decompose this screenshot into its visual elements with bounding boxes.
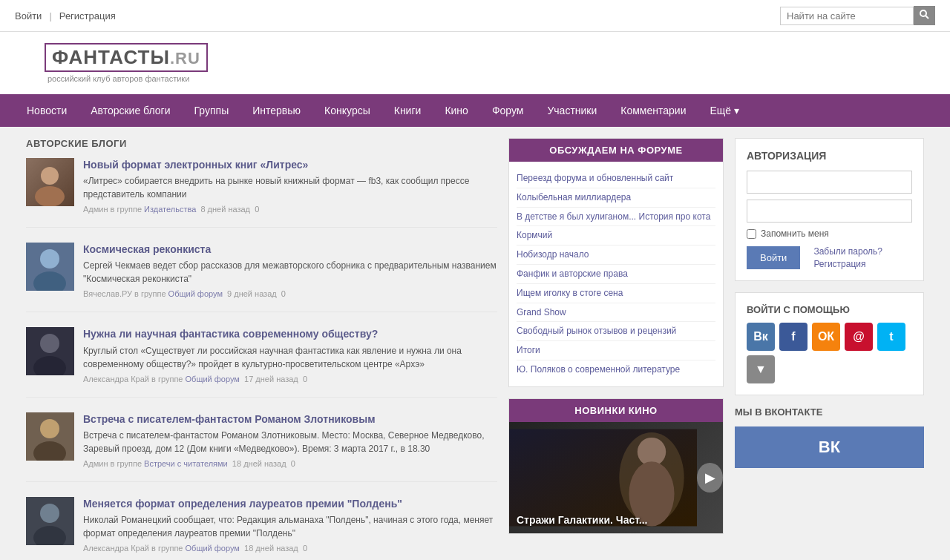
forum-link[interactable]: Свободный рынок отзывов и рецензий — [517, 322, 715, 341]
auth-title: АВТОРИЗАЦИЯ — [747, 150, 912, 162]
svg-point-8 — [40, 334, 59, 353]
forgot-password-link[interactable]: Забыли пароль? — [813, 246, 882, 257]
logo-title: ФАНТАСТЫ.RU — [45, 43, 208, 72]
kino-box-header: НОВИНКИ КИНО — [509, 399, 723, 422]
mailru-login-button[interactable]: @ — [845, 323, 873, 351]
more-social-button[interactable]: ▼ — [747, 355, 775, 383]
blog-excerpt: Круглый стол «Существует ли российская н… — [83, 344, 497, 371]
vk-login-button[interactable]: Вк — [747, 323, 775, 351]
vk-section: МЫ В ВКОНТАКТЕ ВК — [735, 406, 924, 468]
blog-content: Новый формат электронных книг «Литрес» «… — [83, 158, 497, 214]
svg-point-0 — [920, 10, 926, 16]
facebook-login-button[interactable]: f — [779, 323, 808, 351]
blog-title[interactable]: Новый формат электронных книг «Литрес» — [83, 158, 497, 171]
forum-link[interactable]: В детстве я был хулиганом... История про… — [517, 208, 715, 227]
blog-meta: Александра Край в группе Общий форум 18 … — [83, 544, 497, 553]
avatar-img — [26, 327, 74, 375]
blog-group: Общий форум — [186, 544, 240, 553]
auth-links: Забыли пароль? Регистрация — [813, 246, 882, 269]
logo-container: ФАНТАСТЫ.RU российский клуб авторов фант… — [45, 43, 208, 83]
blog-item: Нужна ли научная фантастика современному… — [26, 327, 497, 397]
main-nav: Новости Авторские блоги Группы Интервью … — [0, 94, 950, 127]
top-bar-left: Войти | Регистрация — [15, 10, 116, 22]
login-button[interactable]: Войти — [747, 246, 800, 269]
forum-link[interactable]: Ю. Поляков о современной литературе — [517, 360, 715, 379]
blog-excerpt: Встреча с писателем-фантастом Романом Зл… — [83, 429, 497, 455]
blog-meta: Александра Край в группе Общий форум 17 … — [83, 375, 497, 383]
login-link[interactable]: Войти — [15, 10, 42, 22]
username-input[interactable] — [747, 171, 912, 194]
twitter-icon: t — [889, 330, 893, 343]
nav-item-news[interactable]: Новости — [15, 94, 79, 127]
vk-widget[interactable]: ВК — [735, 426, 924, 468]
social-login-box: ВОЙТИ С ПОМОЩЬЮ Вк f ОК @ t ▼ — [735, 292, 924, 395]
avatar — [26, 412, 74, 461]
nav-item-members[interactable]: Участники — [535, 94, 609, 127]
nav-item-comments[interactable]: Комментарии — [609, 94, 698, 127]
search-input[interactable] — [780, 7, 914, 25]
logo-text: ФАНТАСТЫ — [52, 46, 170, 68]
password-input[interactable] — [747, 200, 912, 223]
more-icon: ▼ — [755, 363, 767, 376]
mailru-icon: @ — [853, 330, 865, 343]
vk-big-icon: ВК — [819, 438, 840, 457]
forum-box: ОБСУЖДАЕМ НА ФОРУМЕ Переезд форума и обн… — [508, 138, 724, 387]
forum-link[interactable]: Нобизодр начало — [517, 246, 715, 265]
blog-meta: Админ в группе Издательства 8 дней назад… — [83, 205, 497, 214]
forum-box-header: ОБСУЖДАЕМ НА ФОРУМЕ — [509, 139, 723, 162]
register-link[interactable]: Регистрация — [813, 259, 882, 269]
nav-item-cinema[interactable]: Кино — [433, 94, 480, 127]
social-title: ВОЙТИ С ПОМОЩЬЮ — [747, 304, 912, 315]
remember-checkbox[interactable] — [747, 229, 756, 239]
blog-content: Нужна ли научная фантастика современному… — [83, 327, 497, 383]
right-column: АВТОРИЗАЦИЯ Запомнить меня Войти Забыли … — [735, 138, 924, 560]
blog-meta: Админ в группе Встречи с читателями 18 д… — [83, 459, 497, 468]
nav-item-contests[interactable]: Конкурсы — [312, 94, 382, 127]
search-button[interactable] — [914, 6, 935, 25]
forum-link[interactable]: Переезд форума и обновленный сайт — [517, 169, 715, 188]
nav-item-groups[interactable]: Группы — [183, 94, 241, 127]
avatar — [26, 327, 74, 375]
vk-section-title: МЫ В ВКОНТАКТЕ — [735, 406, 924, 418]
blog-group: Встречи с читателями — [144, 459, 228, 468]
twitter-login-button[interactable]: t — [877, 323, 905, 351]
blog-group: Общий форум — [186, 375, 240, 383]
svg-point-2 — [41, 167, 59, 185]
blog-item: Новый формат электронных книг «Литрес» «… — [26, 158, 497, 228]
header: ФАНТАСТЫ.RU российский клуб авторов фант… — [0, 32, 950, 94]
blog-title[interactable]: Нужна ли научная фантастика современному… — [83, 327, 497, 340]
forum-link[interactable]: Кормчий — [517, 226, 715, 246]
blog-title[interactable]: Встреча с писателем-фантастом Романом Зл… — [83, 412, 497, 426]
blog-title[interactable]: Космическая реконкиста — [83, 243, 497, 256]
forum-link[interactable]: Фанфик и авторские права — [517, 265, 715, 284]
nav-item-books[interactable]: Книги — [382, 94, 433, 127]
nav-item-forum[interactable]: Форум — [480, 94, 536, 127]
ok-icon: ОК — [818, 330, 834, 343]
blog-excerpt: Сергей Чекмаев ведет сбор рассказов для … — [83, 259, 497, 286]
auth-box: АВТОРИЗАЦИЯ Запомнить меня Войти Забыли … — [735, 138, 924, 281]
video-play-button[interactable]: ▶ — [697, 463, 723, 493]
top-bar: Войти | Регистрация — [0, 0, 950, 32]
forum-link[interactable]: Колыбельная миллиардера — [517, 188, 715, 208]
blog-excerpt: «Литрес» собирается внедрить на рынке но… — [83, 174, 497, 201]
forum-link[interactable]: Итоги — [517, 341, 715, 360]
odnoklassniki-login-button[interactable]: ОК — [812, 323, 840, 351]
register-link[interactable]: Регистрация — [59, 10, 116, 22]
blog-content: Меняется формат определения лауреатов пр… — [83, 497, 497, 553]
avatar-img — [26, 412, 74, 461]
blog-meta: Вячеслав.РУ в группе Общий форум 9 дней … — [83, 289, 497, 298]
avatar — [26, 243, 74, 291]
nav-item-blogs[interactable]: Авторские блоги — [79, 94, 182, 127]
nav-item-interview[interactable]: Интервью — [240, 94, 312, 127]
avatar-img — [26, 243, 74, 291]
blog-item: Космическая реконкиста Сергей Чекмаев ве… — [26, 243, 497, 312]
blog-title[interactable]: Меняется формат определения лауреатов пр… — [83, 497, 497, 510]
kino-box: НОВИНКИ КИНО ▶ Стражи Гала — [508, 398, 724, 534]
search-box — [780, 6, 935, 25]
nav-item-more[interactable]: Ещё ▾ — [698, 94, 751, 127]
video-thumbnail[interactable]: ▶ Стражи Галактики. Част... — [509, 422, 723, 533]
forum-link[interactable]: Ищем иголку в стоге сена — [517, 284, 715, 303]
forum-links: Переезд форума и обновленный сайт Колыбе… — [509, 162, 723, 386]
video-title: Стражи Галактики. Част... — [517, 514, 648, 526]
forum-link[interactable]: Grand Show — [517, 303, 715, 323]
